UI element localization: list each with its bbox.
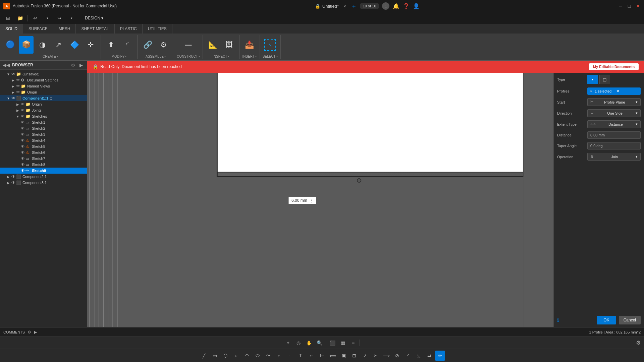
sk-dim-btn[interactable]: ↔ — [306, 351, 316, 361]
tree-item-origin[interactable]: ▶ 👁 📁 Origin — [0, 89, 87, 95]
sk-text-btn[interactable]: T — [296, 351, 306, 361]
expand-arrow[interactable]: ▶ — [11, 78, 15, 82]
tree-item-sketch2[interactable]: 👁 ▭ Sketch2 — [0, 125, 87, 131]
sk-pattern-btn[interactable]: ▣ — [338, 351, 348, 361]
eye-icon[interactable]: 👁 — [20, 150, 25, 155]
expand-arrow[interactable]: ▶ — [6, 181, 11, 185]
inspect-group-label[interactable]: INSPECT ▾ — [213, 55, 229, 58]
eye-icon[interactable]: 👁 — [15, 78, 21, 82]
tree-item-unsaved[interactable]: ▼ 👁 📁 (Unsaved) — [0, 71, 87, 77]
sk-ellipse-btn[interactable]: ⬭ — [253, 351, 263, 361]
display-mode-btn[interactable]: ▦ — [338, 338, 347, 348]
tab-mesh[interactable]: MESH — [53, 24, 76, 34]
menu-grid-btn[interactable]: ⊞ — [3, 13, 13, 23]
dim-more-btn[interactable]: ⋮ — [309, 198, 313, 203]
comments-expand-icon[interactable]: ▶ — [34, 330, 37, 335]
cancel-btn[interactable]: Cancel — [619, 316, 641, 324]
joint-btn[interactable]: ⚙ — [156, 36, 171, 54]
eye-icon[interactable]: 👁 — [20, 102, 25, 107]
design-dropdown-btn[interactable]: DESIGN ▾ — [82, 14, 107, 22]
operation-dropdown[interactable]: ⊕ Join ▾ — [587, 153, 641, 161]
tree-item-sketch3[interactable]: 👁 ▭ Sketch3 — [0, 131, 87, 137]
eye-icon[interactable]: 👁 — [11, 180, 16, 185]
expand-arrow[interactable]: ▶ — [6, 175, 11, 179]
distance-input[interactable]: 6.00 mm — [587, 131, 641, 139]
tree-item-sketch9[interactable]: 👁 ✏ Sketch9 — [0, 168, 87, 174]
tree-item-comp1-sketches[interactable]: ▼ 👁 📁 Sketches — [0, 113, 87, 119]
sk-project-btn[interactable]: ↗ — [360, 351, 370, 361]
tree-item-sketch4[interactable]: 👁 ⚠ Sketch4 — [0, 137, 87, 143]
eye-icon[interactable]: 👁 — [11, 72, 16, 76]
section-analysis-btn[interactable]: 🖼 — [222, 36, 236, 54]
redo-btn[interactable]: ↪ — [55, 13, 64, 23]
expand-arrow[interactable]: ▶ — [15, 109, 20, 112]
tree-item-doc-settings[interactable]: ▶ 👁 ⚙ Document Settings — [0, 77, 87, 83]
revolve-btn[interactable]: ◑ — [35, 36, 50, 54]
sk-chamfer-btn[interactable]: ◺ — [414, 351, 424, 361]
redo-dropdown-btn[interactable]: ▾ — [67, 13, 76, 23]
fillet-btn[interactable]: ◜ — [120, 36, 135, 54]
sk-rect-btn[interactable]: ▭ — [210, 351, 220, 361]
start-dropdown[interactable]: ⊢ Profile Plane ▾ — [587, 98, 641, 106]
insert-derive-btn[interactable]: 📥 — [242, 36, 257, 54]
expand-arrow[interactable]: ▼ — [6, 97, 11, 100]
minimize-btn[interactable]: ─ — [618, 3, 623, 9]
tree-item-component2[interactable]: ▶ 👁 ⬛ Component2:1 — [0, 174, 87, 180]
tree-item-sketch1[interactable]: 👁 ▭ Sketch1 — [0, 119, 87, 125]
tree-item-component3[interactable]: ▶ 👁 ⬛ Component3:1 — [0, 180, 87, 186]
expand-arrow[interactable]: ▶ — [11, 90, 15, 94]
sk-active-btn[interactable]: ✏ — [435, 351, 445, 361]
canvas-area[interactable]: 🔒 Read-Only: Document limit has been rea… — [87, 61, 644, 327]
extrude-btn[interactable]: 📦 — [19, 36, 34, 54]
offset-plane-btn[interactable]: ─ — [181, 36, 196, 54]
tab-surface[interactable]: SURFACE — [23, 24, 53, 34]
tree-item-comp1-origin[interactable]: ▶ 👁 📁 Origin — [0, 101, 87, 107]
sk-arc-btn[interactable]: ◠ — [242, 351, 252, 361]
modify-group-label[interactable]: MODIFY ▾ — [112, 55, 127, 58]
eye-icon[interactable]: 👁 — [20, 114, 25, 119]
tree-item-sketch6[interactable]: 👁 ⚠ Sketch6 — [0, 149, 87, 156]
eye-icon[interactable]: 👁 — [20, 108, 25, 113]
tab-sheetmetal[interactable]: SHEET METAL — [76, 24, 114, 34]
tree-item-sketch5[interactable]: 👁 ⚠ Sketch5 — [0, 143, 87, 149]
eye-icon[interactable]: 👁 — [15, 90, 21, 95]
tab-solid[interactable]: SOLID — [0, 24, 23, 34]
new-tab-btn[interactable]: ＋ — [351, 2, 357, 10]
sk-offset-btn[interactable]: ⊡ — [349, 351, 359, 361]
measure-btn[interactable]: 📐 — [206, 36, 220, 54]
create-component-btn[interactable]: 🔵 — [3, 36, 17, 54]
tree-item-sketch8[interactable]: 👁 ▭ Sketch8 — [0, 162, 87, 168]
close-tab-btn[interactable]: × — [343, 4, 346, 9]
extent-type-dropdown[interactable]: ⟷ Distance ▾ — [587, 120, 641, 128]
eye-icon[interactable]: 👁 — [20, 132, 25, 137]
eye-icon[interactable]: 👁 — [20, 120, 25, 125]
sweep-btn[interactable]: ↗ — [51, 36, 66, 54]
sk-extend-btn[interactable]: ⟶ — [381, 351, 391, 361]
sk-polygon-btn[interactable]: ⬡ — [220, 351, 230, 361]
editable-docs-btn[interactable]: My Editable Documents — [589, 63, 639, 70]
expand-arrow[interactable]: ▼ — [15, 115, 20, 118]
pan-btn[interactable]: ✋ — [304, 338, 314, 348]
sk-circle-btn[interactable]: ○ — [231, 351, 241, 361]
browser-settings-btn[interactable]: ⚙ — [70, 62, 76, 68]
eye-icon[interactable]: 👁 — [11, 96, 16, 101]
sk-constraint-btn[interactable]: ⊢ — [317, 351, 327, 361]
tab-plastic[interactable]: PLASTIC — [115, 24, 143, 34]
eye-icon[interactable]: 👁 — [11, 174, 16, 179]
snap-btn[interactable]: ⌖ — [283, 338, 293, 348]
eye-icon[interactable]: 👁 — [20, 126, 25, 131]
browser-expand-btn[interactable]: ▶ — [78, 62, 84, 68]
select-filter-btn[interactable]: ↖ — [263, 36, 277, 54]
expand-arrow[interactable]: ▶ — [11, 84, 15, 88]
eye-icon[interactable]: 👁 — [20, 168, 25, 173]
bell-icon[interactable]: 🔔 — [393, 3, 399, 9]
sk-spline-btn[interactable]: 〜 — [263, 351, 273, 361]
fit-all-btn[interactable]: ⬛ — [328, 338, 337, 348]
sk-convert-btn[interactable]: ⇄ — [424, 351, 434, 361]
eye-icon[interactable]: 👁 — [20, 138, 25, 143]
help-icon[interactable]: ❓ — [403, 3, 410, 9]
undo-dropdown-btn[interactable]: ▾ — [43, 13, 52, 23]
loft-btn[interactable]: 🔷 — [67, 36, 82, 54]
orbit-btn[interactable]: ◎ — [294, 338, 303, 348]
profiles-selector[interactable]: ↖ 1 selected ✕ — [587, 87, 641, 95]
